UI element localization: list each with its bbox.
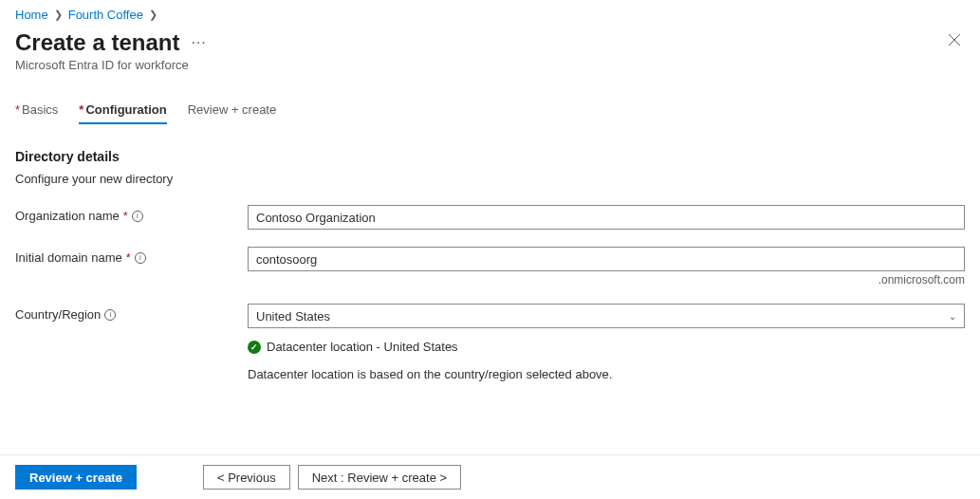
check-icon: ✓ [248, 341, 261, 354]
title-block: Create a tenant ··· Microsoft Entra ID f… [15, 29, 207, 72]
info-icon[interactable]: i [104, 309, 116, 321]
chevron-right-icon: ❯ [54, 9, 63, 21]
organization-name-label: Organization name * i [15, 205, 248, 223]
tab-review[interactable]: Review + create [188, 102, 277, 124]
field-organization-name: Organization name * i [15, 205, 965, 230]
field-initial-domain: Initial domain name * i .onmicrosoft.com [15, 247, 965, 286]
breadcrumb-home[interactable]: Home [15, 8, 48, 22]
close-button[interactable] [944, 29, 965, 53]
country-region-value: United States [256, 309, 330, 323]
info-icon[interactable]: i [135, 252, 146, 264]
section-description: Configure your new directory [15, 172, 965, 186]
organization-name-input[interactable] [248, 205, 965, 230]
country-region-select[interactable]: United States ⌄ [248, 304, 965, 328]
chevron-right-icon: ❯ [149, 9, 157, 21]
close-icon [948, 33, 961, 46]
directory-details-section: Directory details Configure your new dir… [15, 149, 965, 381]
country-region-label: Country/Region i [15, 304, 248, 322]
header: Create a tenant ··· Microsoft Entra ID f… [15, 29, 965, 72]
page-subtitle: Microsoft Entra ID for workforce [15, 58, 207, 72]
initial-domain-label: Initial domain name * i [15, 247, 248, 265]
breadcrumb-parent[interactable]: Fourth Coffee [68, 8, 143, 22]
more-actions-button[interactable]: ··· [191, 34, 206, 51]
info-icon[interactable]: i [132, 211, 143, 222]
chevron-down-icon: ⌄ [949, 311, 956, 322]
tab-configuration[interactable]: *Configuration [79, 102, 166, 124]
breadcrumb: Home ❯ Fourth Coffee ❯ [15, 8, 965, 22]
page-title: Create a tenant [15, 29, 179, 56]
tabs: *Basics *Configuration Review + create [15, 102, 965, 124]
datacenter-location-text: Datacenter location - United States [267, 340, 458, 354]
datacenter-status: ✓ Datacenter location - United States [248, 340, 965, 354]
domain-suffix: .onmicrosoft.com [248, 273, 965, 286]
datacenter-note: Datacenter location is based on the coun… [248, 367, 965, 381]
initial-domain-input[interactable] [248, 247, 965, 271]
tab-basics[interactable]: *Basics [15, 102, 58, 124]
field-country-region: Country/Region i United States ⌄ ✓ Datac… [15, 304, 965, 381]
section-title: Directory details [15, 149, 965, 164]
